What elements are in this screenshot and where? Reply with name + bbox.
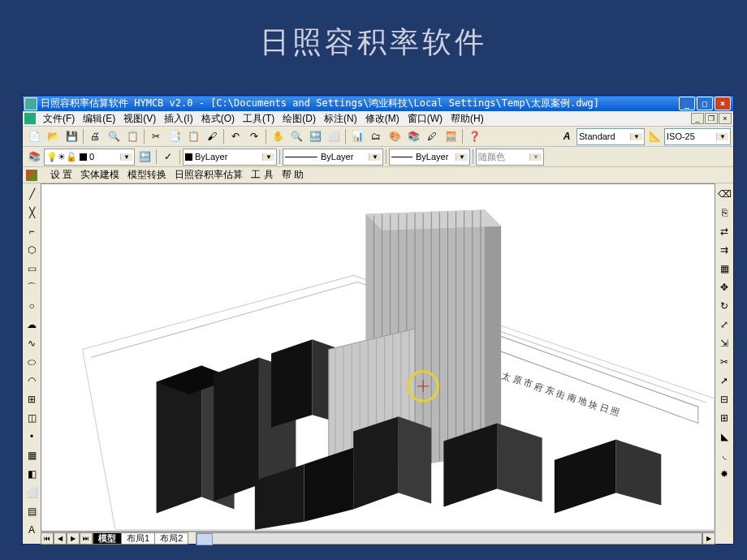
join-icon[interactable]: ⊞ — [716, 410, 732, 426]
match-icon[interactable]: 🖌 — [203, 127, 221, 145]
revcloud-icon[interactable]: ☁ — [24, 317, 40, 333]
hatch-icon[interactable]: ▦ — [24, 447, 40, 463]
menu-view[interactable]: 视图(V) — [119, 112, 160, 126]
spline-icon[interactable]: ∿ — [24, 335, 40, 351]
designcenter-icon[interactable]: 🗂 — [367, 127, 385, 145]
array-icon[interactable]: ▦ — [716, 261, 732, 277]
print-icon[interactable]: 🖨 — [86, 127, 104, 145]
minimize-button[interactable]: _ — [679, 97, 695, 110]
textstyle-combo[interactable]: Standard▼ — [576, 128, 645, 145]
ellipsearc-icon[interactable]: ◠ — [24, 373, 40, 389]
menu-insert[interactable]: 插入(I) — [160, 112, 196, 126]
mdi-close[interactable]: × — [719, 113, 732, 124]
offset-icon[interactable]: ⇉ — [716, 242, 732, 258]
zoom-win-icon[interactable]: ⬜ — [325, 127, 343, 145]
tab-model[interactable]: 模型 — [93, 532, 122, 545]
save-icon[interactable]: 💾 — [63, 127, 80, 145]
undo-icon[interactable]: ↶ — [227, 127, 244, 145]
properties-icon[interactable]: 📊 — [348, 127, 366, 145]
maximize-button[interactable]: □ — [697, 97, 713, 110]
redo-icon[interactable]: ↷ — [245, 127, 263, 145]
mtext-icon[interactable]: A — [24, 522, 40, 538]
insert-icon[interactable]: ⊞ — [24, 391, 40, 407]
help-icon[interactable]: ❓ — [465, 127, 483, 145]
layer-combo[interactable]: 💡 ☀ 🔓 0 ▼ — [44, 149, 135, 166]
break-icon[interactable]: ⊟ — [716, 391, 732, 407]
open-icon[interactable]: 📂 — [44, 127, 62, 145]
pline-icon[interactable]: ⌐ — [24, 223, 40, 239]
layer-mgr-icon[interactable]: 📚 — [25, 148, 43, 166]
copy-icon[interactable]: 📑 — [166, 127, 184, 145]
menu-dimension[interactable]: 标注(N) — [320, 112, 361, 126]
mdi-minimize[interactable]: _ — [691, 113, 704, 124]
close-button[interactable]: × — [715, 97, 731, 110]
erase-icon[interactable]: ⌫ — [716, 186, 732, 202]
sheetset-icon[interactable]: 📚 — [404, 127, 422, 145]
extend-icon[interactable]: ➚ — [716, 373, 732, 389]
menu-format[interactable]: 格式(O) — [197, 112, 239, 126]
polygon-icon[interactable]: ⬡ — [24, 242, 40, 258]
menu-tools[interactable]: 工具(T) — [239, 112, 279, 126]
tab-prev-icon[interactable]: ◀ — [54, 532, 67, 545]
sub-solid[interactable]: 实体建模 — [80, 168, 119, 182]
dimstyle-icon[interactable]: 📐 — [646, 127, 663, 145]
menu-modify[interactable]: 修改(M) — [361, 112, 404, 126]
toolpalette-icon[interactable]: 🎨 — [386, 127, 404, 145]
lineweight-combo[interactable]: ByLayer ▼ — [389, 149, 470, 166]
menu-window[interactable]: 窗口(W) — [404, 112, 447, 126]
stretch-icon[interactable]: ⇲ — [716, 335, 732, 351]
tab-layout2[interactable]: 布局2 — [154, 532, 188, 545]
chamfer-icon[interactable]: ◣ — [716, 429, 732, 445]
explode-icon[interactable]: ✸ — [716, 466, 732, 482]
table-icon[interactable]: ▤ — [24, 503, 40, 519]
move-icon[interactable]: ✥ — [716, 279, 732, 295]
pan-icon[interactable]: ✋ — [269, 127, 287, 145]
tab-layout1[interactable]: 布局1 — [121, 532, 155, 545]
color-combo[interactable]: ByLayer ▼ — [183, 149, 277, 166]
ellipse-icon[interactable]: ⬭ — [24, 354, 40, 370]
h-scrollbar[interactable] — [196, 532, 702, 545]
menu-file[interactable]: 文件(F) — [39, 112, 79, 126]
gradient-icon[interactable]: ◧ — [24, 466, 40, 482]
fillet-icon[interactable]: ◟ — [716, 447, 732, 463]
linetype-combo[interactable]: ByLayer ▼ — [283, 149, 383, 166]
trim-icon[interactable]: ✂ — [716, 354, 732, 370]
line-icon[interactable]: ╱ — [24, 186, 40, 202]
sub-help[interactable]: 帮 助 — [282, 168, 304, 182]
sub-settings[interactable]: 设 置 — [50, 168, 72, 182]
sub-tool[interactable]: 工 具 — [251, 168, 273, 182]
rectangle-icon[interactable]: ▭ — [24, 261, 40, 277]
tab-first-icon[interactable]: ⏮ — [41, 532, 54, 545]
make-current-icon[interactable]: ✓ — [159, 148, 177, 166]
tab-last-icon[interactable]: ⏭ — [80, 532, 93, 545]
dimstyle-combo[interactable]: ISO-25▼ — [664, 128, 731, 145]
h-scroll-thumb[interactable] — [196, 533, 213, 545]
textstyle-icon[interactable]: A — [558, 127, 576, 145]
drawing-canvas[interactable]: 太 原 市 府 东 街 南 地 块 日 照 — [41, 183, 715, 532]
circle-icon[interactable]: ○ — [24, 298, 40, 314]
sub-calc[interactable]: 日照容积率估算 — [175, 168, 243, 182]
arc-icon[interactable]: ⌒ — [24, 279, 40, 295]
preview-icon[interactable]: 🔍 — [105, 127, 123, 145]
paste-icon[interactable]: 📋 — [184, 127, 202, 145]
menu-edit[interactable]: 编辑(E) — [79, 112, 119, 126]
h-scroll-right-icon[interactable]: ▶ — [702, 532, 715, 545]
xline-icon[interactable]: ╳ — [24, 205, 40, 221]
mirror-icon[interactable]: ⇄ — [716, 223, 732, 239]
calc-icon[interactable]: 🧮 — [442, 127, 460, 145]
point-icon[interactable]: • — [24, 429, 40, 445]
publish-icon[interactable]: 📋 — [123, 127, 141, 145]
menu-help[interactable]: 帮助(H) — [447, 112, 488, 126]
region-icon[interactable]: ⬜ — [24, 485, 40, 501]
zoom-icon[interactable]: 🔍 — [287, 127, 305, 145]
layer-prev-icon[interactable]: 🔙 — [136, 148, 153, 166]
cut-icon[interactable]: ✂ — [147, 127, 165, 145]
markup-icon[interactable]: 🖊 — [423, 127, 441, 145]
zoom-prev-icon[interactable]: 🔙 — [306, 127, 324, 145]
rotate-icon[interactable]: ↻ — [716, 298, 732, 314]
sub-convert[interactable]: 模型转换 — [127, 168, 166, 182]
mdi-restore[interactable]: ❐ — [705, 113, 718, 124]
scale-icon[interactable]: ⤢ — [716, 317, 732, 333]
block-icon[interactable]: ◫ — [24, 410, 40, 426]
copy2-icon[interactable]: ⎘ — [716, 205, 732, 221]
